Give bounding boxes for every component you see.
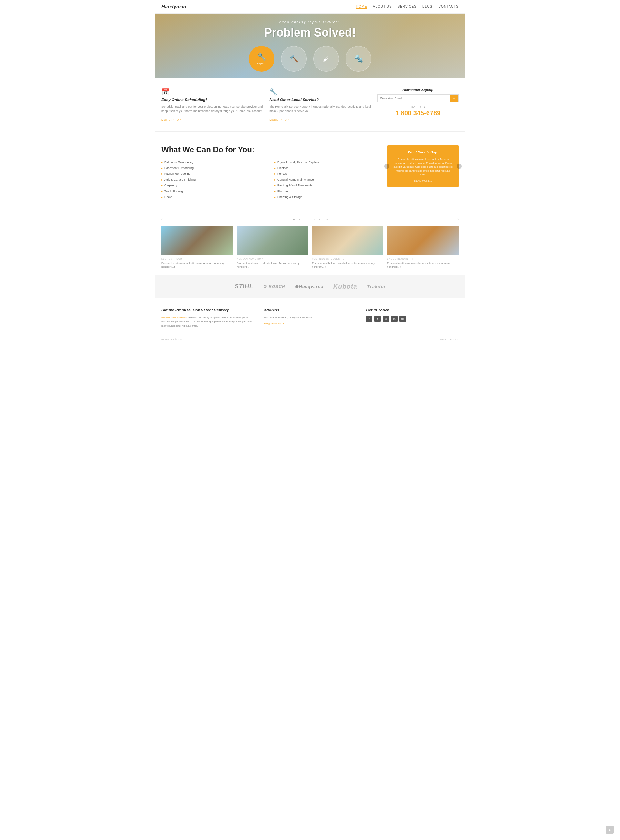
project-item-1: LLOREM IPSUM Praesent vestibulum molesti…	[161, 226, 233, 268]
newsletter-form: →	[378, 94, 459, 102]
social-icons: f t ✉ in g+	[366, 316, 459, 322]
footer-address-line: 2901 Marmora Road, Glasgow, D04 89GR	[264, 316, 357, 320]
footer-address-title: Address	[264, 308, 357, 312]
service-attic[interactable]: Attic & Garage Finishing	[161, 178, 265, 181]
testimonial-box: ‹ › What Clients Say: Praesent vestibulu…	[387, 145, 459, 187]
services-content: What We Can Do for You: Bathroom Remodel…	[161, 145, 378, 201]
project-item-2: AENEAN NONUMMY Praesent vestibulum moles…	[237, 226, 308, 268]
projects-label: recent projects	[290, 218, 329, 221]
call-us-label: call us	[378, 105, 459, 109]
service-bathroom[interactable]: Bathroom Remodeling	[161, 161, 265, 164]
footer-col-address: Address 2901 Marmora Road, Glasgow, D04 …	[264, 308, 357, 328]
nav-home[interactable]: HOME	[356, 5, 367, 9]
service-basement[interactable]: Basement Remodeling	[161, 166, 265, 170]
footer-col-contact: Get in Touch f t ✉ in g+	[366, 308, 459, 328]
project-image-1[interactable]	[161, 226, 233, 255]
footer-email-link[interactable]: info@demolink.org	[264, 322, 286, 325]
testimonial-title: What Clients Say:	[393, 150, 453, 154]
project-desc-2: Praesent vestibulum molestie lacus. Aene…	[237, 261, 308, 268]
project-category-2: AENEAN NONUMMY	[237, 258, 308, 260]
footer-highlight: Praesent vestibu latus.	[161, 316, 188, 319]
footer-bottom: HANDYMAN © 2012 PRIVACY POLICY	[155, 335, 465, 344]
info-local-more[interactable]: MORE INFO ›	[269, 118, 289, 121]
nav-about[interactable]: ABOUT US	[373, 5, 392, 9]
hero-circles: 🔧 repair 🔨 🖌 🔩	[249, 46, 371, 72]
service-carpentry[interactable]: Carpentry	[161, 184, 265, 187]
hero-circle-hammer[interactable]: 🔨	[281, 46, 307, 72]
service-plumbing[interactable]: Plumbing	[274, 190, 378, 193]
project-image-3[interactable]	[312, 226, 383, 255]
service-shelving[interactable]: Shelving & Storage	[274, 196, 378, 199]
hero-circle-bolt[interactable]: 🔩	[346, 46, 371, 72]
brand-husqvarna: ⊕Husqvarna	[295, 284, 323, 289]
footer-contact-title: Get in Touch	[366, 308, 459, 312]
service-electrical[interactable]: Electrical	[274, 166, 378, 170]
brand-bosch: ⚙ BOSCH	[263, 284, 286, 289]
nav-contacts[interactable]: CONTACTS	[438, 5, 459, 9]
info-scheduling: 📅 Easy Online Scheduling! Schedule, trac…	[161, 88, 263, 122]
newsletter-col: Newsletter Signup → call us 1 800 345-67…	[378, 88, 459, 122]
paint-icon: 🖌	[323, 54, 330, 63]
social-googleplus-icon[interactable]: g+	[399, 316, 406, 322]
nav-blog[interactable]: BLOG	[422, 5, 433, 9]
project-category-4: LACUS HENDRERIT	[387, 258, 459, 260]
info-scheduling-text: Schedule, track and pay for your project…	[161, 105, 263, 113]
social-facebook-icon[interactable]: f	[366, 316, 372, 322]
newsletter-submit-button[interactable]: →	[450, 95, 458, 102]
project-category-3: VESTIBULUM MOLESTIE	[312, 258, 383, 260]
project-item-4: LACUS HENDRERIT Praesent vestibulum mole…	[387, 226, 459, 268]
projects-prev-button[interactable]: ‹	[161, 217, 163, 222]
services-grid: Bathroom Remodeling Basement Remodeling …	[161, 161, 378, 201]
hero-circle-paint[interactable]: 🖌	[313, 46, 339, 72]
navigation: Handyman HOME ABOUT US SERVICES BLOG CON…	[155, 0, 465, 14]
projects-next-button[interactable]: ›	[457, 217, 459, 222]
social-email-icon[interactable]: ✉	[383, 316, 389, 322]
service-kitchen[interactable]: Kitchen Remodeling	[161, 172, 265, 175]
screwdriver-icon: 🔨	[290, 54, 298, 63]
projects-header: ‹ recent projects ›	[161, 218, 459, 221]
service-general[interactable]: General Home Maintenance	[274, 178, 378, 181]
footer-promise-text: Praesent vestibu latus. Aenean nonummy t…	[161, 316, 254, 328]
newsletter-title: Newsletter Signup	[378, 88, 459, 92]
projects-grid: LLOREM IPSUM Praesent vestibulum molesti…	[161, 226, 459, 268]
project-desc-3: Praesent vestibulum molestie lacus. Aene…	[312, 261, 383, 268]
info-local-text: The HomeTalk Service Network includes na…	[269, 105, 371, 113]
service-tile[interactable]: Tile & Flooring	[161, 190, 265, 193]
brands-section: STIHL ⚙ BOSCH ⊕Husqvarna Kubota Trakdia	[155, 275, 465, 298]
brand-stihl: STIHL	[235, 283, 253, 290]
info-local: 🔧 Need Other Local Service? The HomeTalk…	[269, 88, 371, 122]
services-title: What We Can Do for You:	[161, 145, 378, 154]
testimonial-navigation: ‹ ›	[384, 164, 462, 169]
hero-title: Problem Solved!	[264, 26, 356, 39]
social-twitter-icon[interactable]: t	[374, 316, 381, 322]
nav-services[interactable]: SERVICES	[398, 5, 417, 9]
hero-tagline: need quality repair service?	[279, 20, 341, 24]
service-painting[interactable]: Painting & Wall Treatments	[274, 184, 378, 187]
hero-circle-repair[interactable]: 🔧 repair	[249, 46, 274, 72]
project-image-4[interactable]	[387, 226, 459, 255]
wrench-info-icon: 🔧	[269, 88, 371, 96]
calendar-icon: 📅	[161, 88, 263, 96]
testimonial-box-container: ‹ › What Clients Say: Praesent vestibulu…	[387, 145, 459, 201]
social-linkedin-icon[interactable]: in	[391, 316, 397, 322]
project-category-1: LLOREM IPSUM	[161, 258, 233, 260]
services-section: What We Can Do for You: Bathroom Remodel…	[155, 132, 465, 211]
service-decks[interactable]: Decks	[161, 196, 265, 199]
testimonial-prev-button[interactable]: ‹	[384, 164, 390, 169]
project-item-3: VESTIBULUM MOLESTIE Praesent vestibulum …	[312, 226, 383, 268]
service-fences[interactable]: Fences	[274, 172, 378, 175]
newsletter-email-input[interactable]	[378, 95, 450, 102]
info-scheduling-more[interactable]: MORE INFO ›	[161, 118, 181, 121]
circle-label-repair: repair	[257, 62, 266, 65]
brand-kubota: Kubota	[333, 283, 357, 290]
testimonial-read-more[interactable]: READ MORE...	[393, 179, 453, 182]
footer-privacy-policy[interactable]: PRIVACY POLICY	[440, 338, 459, 341]
footer-col-promise: Simple Promise. Consistent Delivery. Pra…	[161, 308, 254, 328]
project-image-2[interactable]	[237, 226, 308, 255]
service-drywall[interactable]: Drywall Install, Patch or Replace	[274, 161, 378, 164]
footer-promise-title: Simple Promise. Consistent Delivery.	[161, 308, 254, 312]
info-section: 📅 Easy Online Scheduling! Schedule, trac…	[155, 78, 465, 132]
testimonial-next-button[interactable]: ›	[457, 164, 462, 169]
footer: Simple Promise. Consistent Delivery. Pra…	[155, 298, 465, 334]
phone-number: 1 800 345-6789	[378, 110, 459, 117]
